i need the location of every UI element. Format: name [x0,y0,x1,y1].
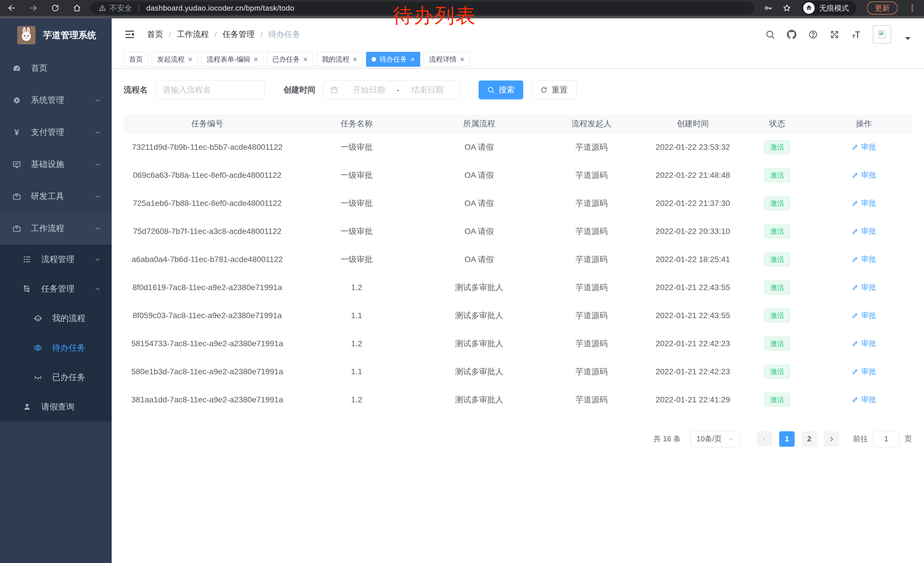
sidebar-item-infrastructure[interactable]: 基础设施 [0,148,112,180]
cell-process: 测试多审批人 [423,273,536,302]
sidebar-collapse-icon[interactable] [124,29,135,40]
tab-close-icon[interactable]: × [353,56,357,63]
browser-reload-icon[interactable] [51,4,60,12]
page-number-2[interactable]: 2 [801,431,817,447]
approve-button[interactable]: 审批 [852,395,876,405]
browser-menu-icon[interactable] [908,4,916,12]
cell-task-id: 069c6a63-7b8a-11ec-8ef0-acde48001122 [124,161,291,189]
table-row: 58154733-7ac8-11ec-a9e2-a2380e71991a1.2测… [124,330,912,358]
approve-label: 审批 [861,226,876,236]
sidebar-item-todo-tasks[interactable]: 待办任务 [0,333,112,363]
prev-page-button[interactable] [757,431,772,447]
cell-action: 审批 [816,386,912,414]
tab-close-icon[interactable]: × [411,56,415,63]
approve-button[interactable]: 审批 [852,198,876,208]
cell-task-id: 725a1eb6-7b88-11ec-8ef0-acde48001122 [124,189,291,217]
help-icon[interactable] [808,30,818,39]
table-row: 73211d9d-7b9b-11ec-b5b7-acde48001122一级审批… [124,133,912,161]
cell-task-id: 8f059c03-7ac8-11ec-a9e2-a2380e71991a [124,302,291,330]
approve-button[interactable]: 审批 [852,311,876,320]
avatar[interactable] [873,25,891,44]
tab-close-icon[interactable]: × [188,56,192,63]
cell-action: 审批 [816,133,912,161]
tab-我的流程[interactable]: 我的流程× [316,52,363,67]
sidebar-item-dev-tools[interactable]: 研发工具 [0,180,112,213]
user-icon [22,402,32,411]
reset-button[interactable]: 重置 [531,81,576,99]
active-tab-dot [372,57,376,62]
browser-update-button[interactable]: 更新 [867,2,898,15]
approve-button[interactable]: 审批 [852,254,876,264]
tags-view: 首页发起流程×流程表单-编辑×已办任务×我的流程×待办任务×流程详情× [112,50,924,68]
approve-button[interactable]: 审批 [852,338,876,348]
org-tree-icon [22,284,32,293]
cell-action: 审批 [816,302,912,330]
pagination: 共 16 条 10条/页 12 前往 1 页 [124,431,912,447]
app-logo-row[interactable]: 芋道管理系统 [0,18,112,52]
page-size-select[interactable]: 10条/页 [690,431,740,447]
tab-已办任务[interactable]: 已办任务× [267,52,313,67]
sidebar-item-task-management[interactable]: 任务管理 [0,274,112,303]
approve-button[interactable]: 审批 [852,366,876,377]
sidebar-item-leave-query[interactable]: 请假查询 [0,392,112,422]
sidebar-item-home[interactable]: 首页 [0,52,112,84]
approve-button[interactable]: 审批 [852,282,876,293]
breadcrumb-link[interactable]: 任务管理 [223,29,255,40]
password-key-icon[interactable] [764,4,772,12]
sidebar-item-system-management[interactable]: 系统管理 [0,84,112,116]
incognito-label: 无痕模式 [819,3,849,13]
status-badge: 激活 [764,309,790,323]
tab-待办任务[interactable]: 待办任务× [366,52,420,67]
url-text: dashboard.yudao.iocoder.cn/bpm/task/todo [146,4,294,13]
status-badge: 激活 [764,365,790,379]
next-page-button[interactable] [824,431,839,447]
tab-label: 我的流程 [322,55,350,64]
cell-status: 激活 [738,330,816,358]
cell-create-time: 2022-01-22 20:33:10 [647,217,738,245]
approve-button[interactable]: 审批 [852,170,876,180]
chevron-down-icon [94,96,101,104]
cell-process: 测试多审批人 [423,386,536,414]
breadcrumb-link[interactable]: 首页 [147,29,163,40]
sidebar-item-done-tasks[interactable]: 已办任务 [0,363,112,392]
chevron-left-icon [761,435,768,443]
browser-back-icon[interactable] [8,4,16,12]
approve-button[interactable]: 审批 [852,226,876,236]
sidebar-item-my-process[interactable]: 我的流程 [0,303,112,333]
chevron-right-icon [828,435,835,443]
chevron-down-icon [94,256,101,263]
tab-close-icon[interactable]: × [460,56,464,63]
goto-page-input[interactable]: 1 [873,431,899,447]
tab-close-icon[interactable]: × [254,56,258,63]
bookmark-star-icon[interactable] [783,4,791,12]
process-name-label: 流程名 [124,84,148,95]
tab-首页[interactable]: 首页 [124,52,148,67]
cell-task-id: 8f0d1619-7ac8-11ec-a9e2-a2380e71991a [124,273,291,302]
approve-button[interactable]: 审批 [852,142,876,152]
search-icon[interactable] [765,30,775,39]
fullscreen-icon[interactable] [830,30,839,39]
cell-action: 审批 [816,245,912,273]
breadcrumb-link[interactable]: 工作流程 [177,29,209,40]
tab-发起流程[interactable]: 发起流程× [152,52,198,67]
tab-close-icon[interactable]: × [303,56,308,63]
tab-流程表单-编辑[interactable]: 流程表单-编辑× [201,52,263,67]
task-table: 任务编号任务名称所属流程流程发起人创建时间状态操作 73211d9d-7b9b-… [124,114,912,414]
date-range-input[interactable]: 开始日期 - 结束日期 [323,81,461,99]
sidebar-item-process-management[interactable]: 流程管理 [0,245,112,274]
page-number-1[interactable]: 1 [779,431,795,447]
browser-forward-icon[interactable] [29,4,38,12]
font-size-icon[interactable] [851,30,861,39]
sidebar-item-payment-management[interactable]: ¥支付管理 [0,116,112,148]
cell-task-name: 1.1 [291,358,423,386]
cell-status: 激活 [738,161,816,189]
search-button[interactable]: 搜索 [478,81,523,99]
cell-status: 激活 [738,386,816,414]
tab-流程详情[interactable]: 流程详情× [424,52,470,67]
github-icon[interactable] [787,30,796,39]
user-menu-caret-icon[interactable] [903,33,912,43]
browser-home-icon[interactable] [73,4,81,12]
sidebar-item-workflow[interactable]: 工作流程 [0,213,112,245]
tree-list-icon [22,255,32,264]
process-name-input[interactable]: 请输入流程名 [155,81,264,99]
